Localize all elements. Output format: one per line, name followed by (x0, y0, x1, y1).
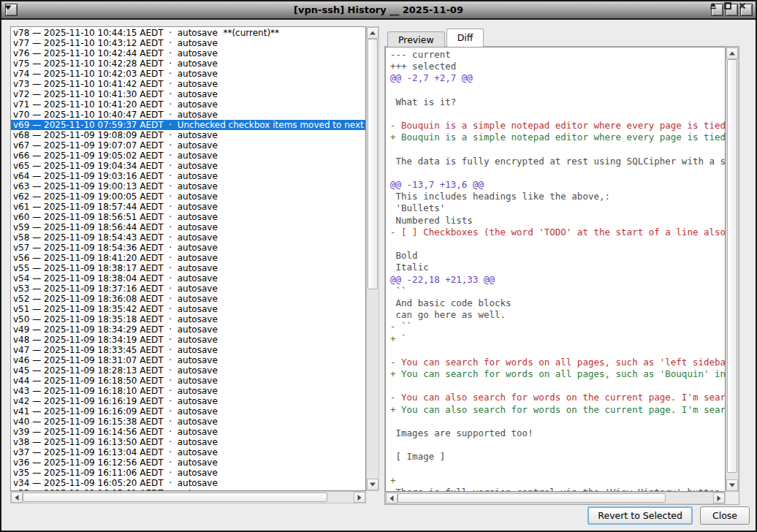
scroll-right-arrow-icon[interactable] (354, 492, 365, 503)
diff-line-blank (390, 463, 725, 475)
list-vscroll-thumb[interactable] (368, 39, 378, 289)
list-item[interactable]: v40 — 2025-11-09 16:15:38 AEDT · autosav… (11, 417, 365, 427)
scroll-down-arrow-icon[interactable] (367, 479, 378, 490)
list-item[interactable]: v52 — 2025-11-09 18:36:08 AEDT · autosav… (11, 294, 365, 304)
diff-line-ctx: Italic (390, 262, 725, 273)
list-item[interactable]: v39 — 2025-11-09 16:14:56 AEDT · autosav… (11, 427, 365, 437)
diff-line-blank (390, 85, 725, 96)
diff-line-blank (390, 108, 725, 120)
list-hscroll-thumb[interactable] (23, 493, 327, 502)
list-item[interactable]: v44 — 2025-11-09 16:18:50 AEDT · autosav… (11, 376, 365, 386)
list-item[interactable]: v42 — 2025-11-09 16:16:19 AEDT · autosav… (11, 396, 365, 406)
list-item-selected[interactable]: v69 — 2025-11-10 07:59:37 AEDT · Uncheck… (11, 120, 365, 130)
diff-line-del: - Bouquin is a simple notepad editor whe… (390, 120, 725, 132)
diff-line-blank (390, 238, 725, 250)
tab-preview[interactable]: Preview (387, 31, 445, 47)
list-item[interactable]: v61 — 2025-11-09 18:57:44 AEDT · autosav… (11, 202, 365, 212)
list-item[interactable]: v34 — 2025-11-09 16:05:20 AEDT · autosav… (11, 478, 365, 488)
list-item[interactable]: v76 — 2025-11-10 10:42:44 AEDT · autosav… (11, 48, 365, 58)
diff-text[interactable]: --- current+++ selected@@ -2,7 +2,7 @@ W… (385, 47, 726, 492)
diff-line-add: + You can also search for words on the c… (390, 404, 725, 416)
diff-vscroll-track[interactable] (726, 59, 738, 479)
list-hscroll-track[interactable] (23, 492, 354, 503)
list-item[interactable]: v46 — 2025-11-09 18:31:07 AEDT · autosav… (11, 355, 365, 365)
list-item[interactable]: v54 — 2025-11-09 18:38:04 AEDT · autosav… (11, 273, 365, 284)
scroll-up-arrow-icon[interactable] (726, 48, 738, 59)
list-item[interactable]: v45 — 2025-11-09 18:28:13 AEDT · autosav… (11, 365, 365, 376)
list-horizontal-scrollbar[interactable] (10, 491, 366, 503)
list-item[interactable]: v64 — 2025-11-09 19:03:16 AEDT · autosav… (11, 171, 365, 181)
list-item[interactable]: v50 — 2025-11-09 18:35:18 AEDT · autosav… (11, 314, 365, 324)
list-item[interactable]: v63 — 2025-11-09 19:00:13 AEDT · autosav… (11, 181, 365, 191)
titlebar[interactable]: [vpn-ssh] History __ 2025-11-09 (1, 1, 756, 20)
list-item[interactable]: v60 — 2025-11-09 18:56:51 AEDT · autosav… (11, 212, 365, 222)
list-item[interactable]: v59 — 2025-11-09 18:56:44 AEDT · autosav… (11, 222, 365, 232)
list-item[interactable]: v65 — 2025-11-09 19:04:34 AEDT · autosav… (11, 161, 365, 171)
version-list[interactable]: v78 — 2025-11-10 10:44:15 AEDT · autosav… (10, 26, 366, 491)
diff-line-add: + ` (390, 333, 725, 345)
list-item[interactable]: v62 — 2025-11-09 19:00:05 AEDT · autosav… (11, 191, 365, 202)
close-dialog-button[interactable]: Close (700, 506, 750, 525)
list-item[interactable]: v56 — 2025-11-09 18:41:20 AEDT · autosav… (11, 253, 365, 263)
scroll-up-arrow-icon[interactable] (367, 27, 378, 39)
list-item[interactable]: v48 — 2025-11-09 18:34:19 AEDT · autosav… (11, 335, 365, 345)
list-item[interactable]: v35 — 2025-11-09 16:11:06 AEDT · autosav… (11, 468, 365, 478)
diff-line-ctx: Numbered lists (390, 215, 725, 227)
list-item[interactable]: v67 — 2025-11-09 19:07:07 AEDT · autosav… (11, 140, 365, 151)
diff-line-blank (390, 439, 725, 451)
list-item[interactable]: v78 — 2025-11-10 10:44:15 AEDT · autosav… (11, 28, 365, 38)
list-item[interactable]: v73 — 2025-11-10 10:41:42 AEDT · autosav… (11, 79, 365, 89)
list-item[interactable]: v53 — 2025-11-09 18:37:16 AEDT · autosav… (11, 284, 365, 294)
list-item[interactable]: v49 — 2025-11-09 18:34:29 AEDT · autosav… (11, 324, 365, 335)
diff-hscroll-thumb[interactable] (397, 493, 666, 503)
list-item[interactable]: v68 — 2025-11-09 19:08:09 AEDT · autosav… (11, 130, 365, 140)
diff-line-meta: +++ selected (390, 61, 725, 72)
diff-line-hunk: @@ -13,7 +13,6 @@ (390, 179, 725, 191)
list-item[interactable]: v77 — 2025-11-10 10:43:12 AEDT · autosav… (11, 38, 365, 48)
list-item[interactable]: v37 — 2025-11-09 16:13:04 AEDT · autosav… (11, 447, 365, 457)
diff-line-del: - You can also search for words on the c… (390, 392, 725, 403)
list-item[interactable]: v47 — 2025-11-09 18:33:45 AEDT · autosav… (11, 345, 365, 355)
list-vscroll-track[interactable] (367, 39, 378, 479)
list-item[interactable]: v66 — 2025-11-09 19:05:02 AEDT · autosav… (11, 151, 365, 161)
list-item[interactable]: v58 — 2025-11-09 18:54:43 AEDT · autosav… (11, 232, 365, 243)
list-item[interactable]: v71 — 2025-11-10 10:41:20 AEDT · autosav… (11, 99, 365, 110)
diff-line-ctx: Images are supported too! (390, 428, 725, 439)
diff-line-ctx: There is full version control via the 'V… (390, 487, 725, 492)
window-menu-button[interactable] (5, 4, 18, 16)
list-vertical-scrollbar[interactable] (366, 26, 379, 491)
shade-button[interactable] (711, 4, 723, 16)
diff-line-del: - `` (390, 321, 725, 332)
list-item[interactable]: v41 — 2025-11-09 16:16:09 AEDT · autosav… (11, 406, 365, 417)
scroll-left-arrow-icon[interactable] (386, 493, 397, 503)
close-button[interactable] (740, 4, 753, 16)
diff-line-meta: --- current (390, 49, 725, 61)
list-item[interactable]: v38 — 2025-11-09 16:13:50 AEDT · autosav… (11, 437, 365, 447)
diff-line-blank (390, 416, 725, 428)
list-item[interactable]: v57 — 2025-11-09 18:54:36 AEDT · autosav… (11, 243, 365, 253)
scroll-down-arrow-icon[interactable] (726, 479, 738, 491)
list-item[interactable]: v72 — 2025-11-10 10:41:30 AEDT · autosav… (11, 89, 365, 99)
list-item[interactable]: v36 — 2025-11-09 16:12:56 AEDT · autosav… (11, 457, 365, 468)
list-item[interactable]: v74 — 2025-11-10 10:42:03 AEDT · autosav… (11, 69, 365, 79)
list-item[interactable]: v70 — 2025-11-10 10:40:47 AEDT · autosav… (11, 110, 365, 120)
diff-line-hunk: @@ -2,7 +2,7 @@ (390, 72, 725, 84)
list-item[interactable]: v55 — 2025-11-09 18:38:17 AEDT · autosav… (11, 263, 365, 273)
diff-line-ctx: can go here as well. (390, 309, 725, 321)
revert-to-selected-button[interactable]: Revert to Selected (587, 506, 693, 525)
maximize-button[interactable] (726, 4, 738, 16)
scroll-right-arrow-icon[interactable] (713, 493, 725, 503)
scroll-left-arrow-icon[interactable] (11, 492, 23, 503)
diff-hscroll-track[interactable] (397, 493, 713, 503)
diff-vertical-scrollbar[interactable] (726, 47, 739, 492)
tab-diff[interactable]: Diff (446, 28, 484, 47)
list-item[interactable]: v51 — 2025-11-09 18:35:42 AEDT · autosav… (11, 304, 365, 314)
diff-vscroll-thumb[interactable] (727, 59, 737, 473)
diff-line-hunk: @@ -22,18 +21,33 @@ (390, 274, 725, 286)
preview-diff-tabs: Preview Diff (387, 28, 484, 47)
list-item[interactable]: v43 — 2025-11-09 16:18:10 AEDT · autosav… (11, 386, 365, 396)
diff-line-ctx: Bold (390, 250, 725, 262)
list-item[interactable]: v75 — 2025-11-10 10:42:28 AEDT · autosav… (11, 58, 365, 69)
diff-line-ctx: This includes headings like the above,: (390, 191, 725, 202)
diff-horizontal-scrollbar[interactable] (385, 492, 726, 504)
